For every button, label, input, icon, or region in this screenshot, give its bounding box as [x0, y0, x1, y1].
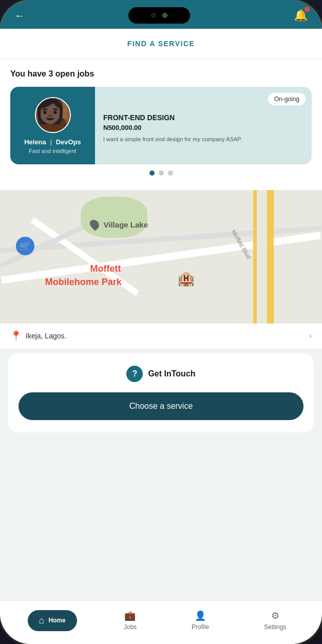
carousel-dot-2[interactable]	[159, 171, 164, 176]
location-text: Ikeja, Lagos.	[26, 332, 66, 340]
user-tagline: Fast and intelligent	[29, 148, 76, 154]
job-card[interactable]: Helena | DevOps Fast and intelligent On-…	[10, 87, 312, 164]
carousel-dot-3[interactable]	[168, 171, 173, 176]
status-right: 🔔	[294, 9, 308, 22]
map-section[interactable]: 🛒 Village Lake Moffett Mobilehome Park 🏨…	[0, 190, 322, 324]
question-icon: ?	[126, 366, 143, 382]
map-background: 🛒 Village Lake Moffett Mobilehome Park 🏨…	[0, 190, 322, 324]
nav-label-jobs: Jobs	[124, 623, 137, 631]
header: FIND A SERVICE	[0, 29, 322, 59]
main-content: You have 3 open jobs Helena | DevOps Fas…	[0, 59, 322, 600]
job-description: I want a simple front end design for my …	[103, 136, 304, 143]
jobs-section: You have 3 open jobs Helena | DevOps Fas…	[0, 59, 322, 190]
camera-dot-right	[162, 13, 167, 18]
job-title: FRONT-END DESIGN	[103, 113, 304, 122]
camera-dot-left	[151, 13, 156, 18]
status-bar: ← 🔔	[0, 0, 322, 29]
job-card-right: On-going FRONT-END DESIGN N500,000.00 I …	[95, 87, 312, 164]
map-label-moffett: Moffett	[90, 263, 121, 274]
nav-item-settings[interactable]: ⚙ Settings	[256, 607, 294, 634]
job-price: N500,000.00	[103, 124, 304, 131]
get-in-touch-label: Get InTouch	[148, 369, 195, 378]
notification-dot	[305, 7, 310, 12]
location-pin-icon: 📍	[10, 330, 22, 342]
map-pin-pink: 🏨	[177, 270, 195, 287]
get-in-touch: ? Get InTouch	[18, 366, 304, 382]
nav-label-home: Home	[48, 617, 65, 624]
carousel-dot-1[interactable]	[149, 171, 155, 176]
map-road-v2	[257, 190, 267, 324]
choose-service-button[interactable]: Choose a service	[18, 392, 304, 420]
profile-icon: 👤	[195, 610, 206, 621]
dynamic-island	[128, 7, 190, 24]
nav-item-profile[interactable]: 👤 Profile	[183, 607, 217, 634]
nav-label-settings: Settings	[264, 623, 286, 631]
phone-frame: ← 🔔 FIND A SERVICE You have 3 open jobs	[0, 0, 322, 644]
map-label-village: Village Lake	[90, 219, 148, 230]
nav-label-profile: Profile	[192, 623, 209, 631]
home-icon: ⌂	[39, 615, 45, 626]
jobs-icon: 💼	[124, 610, 136, 621]
avatar-face	[36, 98, 70, 132]
bottom-nav: ⌂ Home 💼 Jobs 👤 Profile ⚙ Settings	[0, 600, 322, 644]
location-left: 📍 Ikeja, Lagos.	[10, 330, 66, 342]
jobs-title: You have 3 open jobs	[10, 69, 312, 79]
nav-item-jobs[interactable]: 💼 Jobs	[116, 607, 145, 634]
job-card-left: Helena | DevOps Fast and intelligent	[10, 87, 95, 164]
bottom-card: ? Get InTouch Choose a service	[8, 353, 314, 432]
phone-screen: ← 🔔 FIND A SERVICE You have 3 open jobs	[0, 0, 322, 644]
location-arrow-icon: ›	[309, 331, 312, 340]
user-name: Helena | DevOps	[24, 138, 81, 146]
page-title: FIND A SERVICE	[127, 40, 195, 48]
back-button[interactable]: ←	[14, 10, 25, 22]
location-bar[interactable]: 📍 Ikeja, Lagos. ›	[0, 323, 322, 349]
carousel-dots	[10, 164, 312, 180]
map-green-area	[81, 197, 147, 238]
map-label-mobilehome: Mobilehome Park	[45, 277, 122, 288]
status-badge: On-going	[268, 93, 306, 105]
avatar	[35, 97, 71, 133]
map-pin-gray	[88, 218, 101, 231]
settings-icon: ⚙	[271, 610, 279, 621]
nav-item-home[interactable]: ⌂ Home	[28, 610, 77, 631]
